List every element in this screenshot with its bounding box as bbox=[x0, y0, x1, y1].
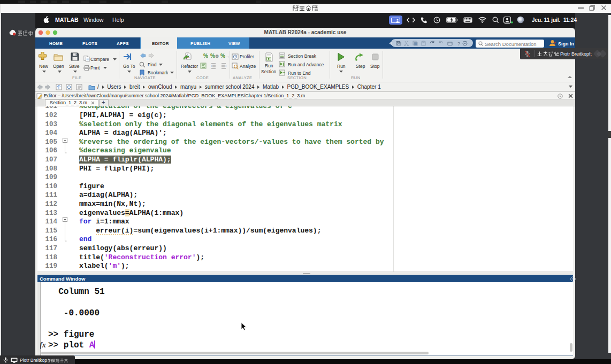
svg-text:?: ? bbox=[457, 41, 460, 47]
